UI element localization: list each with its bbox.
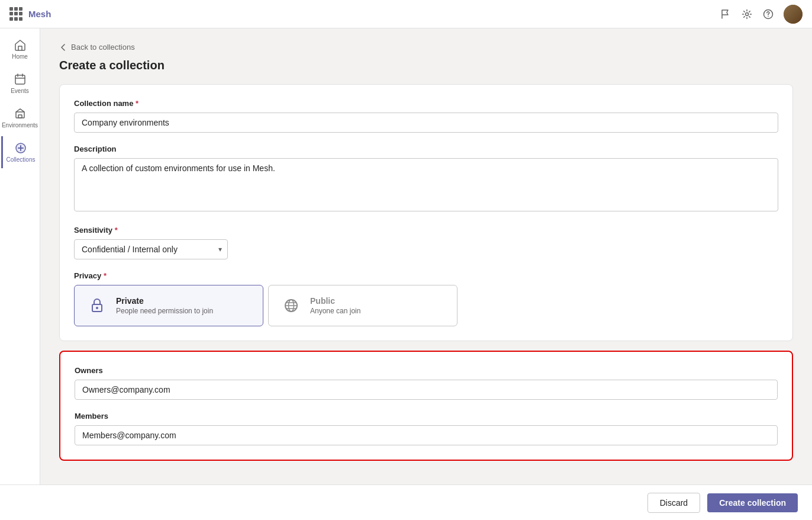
page-title: Create a collection (59, 59, 793, 72)
topbar: Mesh (0, 0, 812, 28)
members-input[interactable] (75, 425, 778, 445)
public-title: Public (310, 296, 360, 306)
home-icon (13, 38, 27, 52)
sensitivity-select[interactable]: Confidential / Internal only General Pub… (74, 239, 228, 259)
private-text: Private People need permission to join (116, 296, 213, 315)
svg-point-8 (96, 307, 98, 309)
sidebar-item-home[interactable]: Home (1, 33, 39, 65)
owners-label: Owners (75, 366, 778, 375)
privacy-options: Private People need permission to join (74, 285, 778, 326)
privacy-option-private[interactable]: Private People need permission to join (74, 285, 263, 326)
sidebar-item-collections[interactable]: Collections (1, 136, 39, 168)
owners-members-card: Owners Members (59, 351, 793, 461)
required-marker: * (136, 99, 138, 108)
avatar[interactable] (784, 5, 803, 24)
settings-icon[interactable] (741, 8, 753, 20)
sidebar-item-environments[interactable]: Environments (1, 102, 39, 134)
description-group: Description A collection of custom envir… (74, 145, 778, 214)
layout: Home Events Environments (0, 28, 812, 484)
members-group: Members (75, 412, 778, 445)
sidebar-item-environments-label: Environments (2, 122, 38, 129)
create-collection-button[interactable]: Create collection (707, 493, 798, 512)
privacy-group: Privacy * Priva (74, 271, 778, 326)
description-input[interactable]: A collection of custom environments for … (74, 158, 778, 211)
svg-rect-4 (18, 115, 22, 118)
privacy-option-public[interactable]: Public Anyone can join (268, 285, 457, 326)
sidebar: Home Events Environments (0, 28, 40, 484)
environments-icon (13, 107, 27, 121)
members-label: Members (75, 412, 778, 421)
flag-icon[interactable] (720, 8, 732, 20)
sensitivity-select-wrapper: Confidential / Internal only General Pub… (74, 239, 228, 259)
globe-icon (281, 295, 302, 316)
collections-icon (14, 141, 28, 155)
public-text: Public Anyone can join (310, 296, 360, 315)
main-content: Back to collections Create a collection … (40, 28, 812, 484)
lock-icon (86, 295, 108, 316)
events-icon (13, 72, 27, 86)
public-desc: Anyone can join (310, 307, 360, 315)
sensitivity-label: Sensitivity * (74, 226, 778, 235)
app-title: Mesh (28, 9, 715, 19)
owners-input[interactable] (75, 380, 778, 400)
collection-name-label: Collection name * (74, 99, 778, 108)
private-title: Private (116, 296, 213, 306)
topbar-actions (720, 5, 803, 24)
back-label: Back to collections (71, 43, 135, 52)
bottom-bar: Discard Create collection (0, 484, 812, 520)
svg-point-0 (746, 12, 749, 15)
collection-name-group: Collection name * (74, 99, 778, 133)
sidebar-item-collections-label: Collections (7, 156, 36, 163)
form-card: Collection name * Description A collecti… (59, 84, 793, 341)
owners-group: Owners (75, 366, 778, 400)
discard-button[interactable]: Discard (647, 493, 700, 513)
sidebar-item-home-label: Home (12, 53, 28, 60)
privacy-label: Privacy * (74, 271, 778, 280)
collection-name-input[interactable] (74, 113, 778, 133)
svg-rect-3 (15, 75, 25, 84)
help-icon[interactable] (762, 8, 774, 20)
sensitivity-group: Sensitivity * Confidential / Internal on… (74, 226, 778, 259)
private-desc: People need permission to join (116, 307, 213, 315)
grid-icon[interactable] (9, 7, 24, 21)
sidebar-item-events[interactable]: Events (1, 68, 39, 99)
sidebar-item-events-label: Events (11, 88, 29, 95)
description-label: Description (74, 145, 778, 153)
svg-point-2 (768, 15, 769, 17)
back-to-collections[interactable]: Back to collections (59, 43, 793, 52)
back-arrow-icon (59, 43, 67, 52)
